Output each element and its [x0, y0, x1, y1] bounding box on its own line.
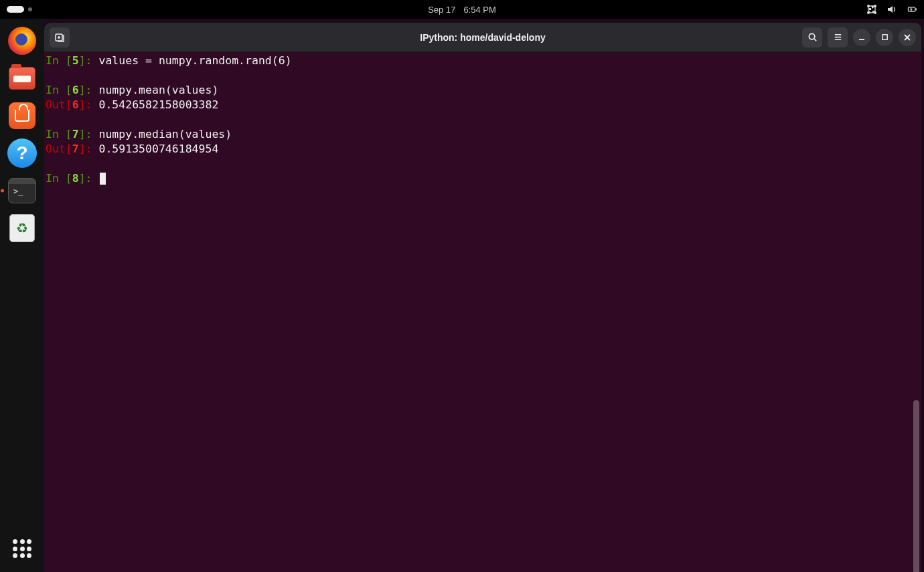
close-button[interactable]	[899, 29, 916, 46]
activities-pill	[7, 6, 24, 13]
apps-grid-icon	[9, 535, 35, 562]
terminal-body[interactable]: In [5]: values = numpy.random.rand(6) In…	[44, 52, 921, 572]
system-tray[interactable]	[866, 4, 917, 15]
terminal-line	[46, 68, 920, 83]
battery-icon[interactable]	[907, 4, 917, 15]
terminal-window: IPython: home/david-delony In [5]: value…	[44, 23, 921, 572]
terminal-line: In [7]: numpy.median(values)	[46, 127, 920, 142]
trash-icon: ♻	[9, 214, 35, 242]
terminal-line	[46, 157, 920, 171]
window-title: IPython: home/david-delony	[420, 32, 545, 43]
time-label: 6:54 PM	[463, 5, 495, 15]
top-bar: Sep 17 6:54 PM	[0, 0, 924, 19]
search-button[interactable]	[802, 27, 822, 47]
scrollbar[interactable]	[913, 400, 919, 572]
files-icon	[9, 67, 35, 90]
software-icon	[9, 102, 35, 129]
network-icon[interactable]	[866, 4, 877, 15]
volume-icon[interactable]	[887, 4, 897, 15]
terminal-line: In [6]: numpy.mean(values)	[46, 83, 920, 98]
maximize-button[interactable]	[876, 29, 893, 46]
terminal-line: In [8]:	[46, 171, 920, 186]
dock-item-trash[interactable]: ♻	[7, 213, 37, 244]
dock-item-software[interactable]	[7, 100, 37, 131]
terminal-icon	[8, 178, 36, 203]
firefox-icon	[8, 27, 36, 55]
workspace-dot	[28, 7, 32, 11]
terminal-line	[46, 112, 920, 127]
terminal-line: Out[6]: 0.5426582158003382	[46, 98, 920, 112]
svg-point-7	[809, 33, 814, 39]
dock-item-help[interactable]: ?	[7, 138, 37, 169]
minimize-button[interactable]	[853, 29, 870, 46]
dock: ? ♻	[0, 19, 44, 572]
new-tab-button[interactable]	[50, 27, 70, 47]
dock-item-files[interactable]	[7, 63, 37, 94]
activities-indicator[interactable]	[7, 6, 32, 13]
menu-button[interactable]	[828, 27, 848, 47]
terminal-header: IPython: home/david-delony	[44, 23, 921, 52]
dock-item-firefox[interactable]	[7, 25, 37, 56]
dock-item-apps[interactable]	[7, 533, 37, 564]
svg-rect-8	[882, 35, 887, 39]
clock[interactable]: Sep 17 6:54 PM	[428, 5, 496, 15]
dock-item-terminal[interactable]	[7, 175, 37, 206]
svg-rect-5	[915, 8, 917, 10]
terminal-line: Out[7]: 0.5913500746184954	[46, 142, 920, 157]
help-icon: ?	[7, 138, 37, 168]
date-label: Sep 17	[428, 5, 455, 15]
cursor	[100, 173, 106, 185]
terminal-line: In [5]: values = numpy.random.rand(6)	[46, 54, 920, 68]
